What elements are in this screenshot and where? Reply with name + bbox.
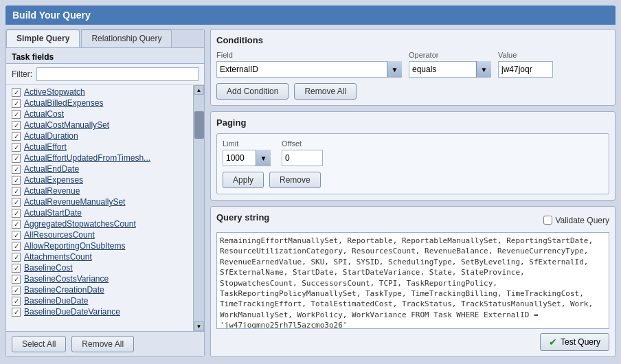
field-checkbox[interactable] [12, 242, 21, 251]
list-item[interactable]: ActualBilledExpenses [6, 98, 193, 109]
list-item[interactable]: ActualRevenueManuallySet [6, 196, 193, 207]
offset-group: Offset [282, 139, 323, 166]
fields-list-container: ActiveStopwatchActualBilledExpensesActua… [6, 85, 204, 331]
tab-simple-query[interactable]: Simple Query [6, 30, 80, 47]
field-group-operator: Operator equals ▼ [409, 51, 491, 78]
limit-group: Limit 1000 ▼ [223, 139, 271, 166]
query-bottom: ✔ Test Query [216, 333, 609, 351]
value-label: Value [498, 51, 553, 59]
value-input[interactable] [498, 61, 553, 78]
list-item[interactable]: ActualStartDate [6, 207, 193, 218]
field-checkbox[interactable] [12, 176, 21, 185]
list-item[interactable]: ActualRevenue [6, 185, 193, 196]
list-item[interactable]: BaselineCostsVariance [6, 273, 193, 284]
fields-list: ActiveStopwatchActualBilledExpensesActua… [6, 85, 193, 331]
field-checkbox[interactable] [12, 187, 21, 196]
field-checkbox[interactable] [12, 143, 21, 152]
field-checkbox[interactable] [12, 297, 21, 306]
check-icon: ✔ [549, 337, 557, 348]
list-item[interactable]: ActualCost [6, 109, 193, 120]
paging-action-buttons: Apply Remove [223, 172, 603, 188]
list-item[interactable]: ActualEndDate [6, 163, 193, 174]
test-query-label: Test Query [561, 337, 600, 347]
scroll-down-arrow[interactable]: ▼ [194, 321, 204, 331]
list-item[interactable]: BaselineDueDate [6, 295, 193, 306]
select-all-button[interactable]: Select All [12, 336, 66, 352]
field-checkbox[interactable] [12, 275, 21, 284]
paging-row: Limit 1000 ▼ Offset [223, 139, 603, 166]
list-item[interactable]: ActiveStopwatch [6, 87, 193, 98]
field-name: ActualExpenses [24, 175, 83, 185]
field-name: AttachmentsCount [24, 252, 92, 262]
scrollbar-thumb[interactable] [194, 111, 204, 139]
field-name: AggregatedStopwatchesCount [24, 219, 136, 229]
list-item[interactable]: AggregatedStopwatchesCount [6, 218, 193, 229]
field-name: ActualCost [24, 109, 64, 119]
filter-row: Filter: [6, 64, 204, 85]
field-name: BaselineDueDate [24, 296, 88, 306]
paging-inner: Limit 1000 ▼ Offset [216, 133, 609, 194]
list-item[interactable]: BaselineCreationDate [6, 284, 193, 295]
limit-select-wrapper: 1000 ▼ [223, 150, 271, 166]
offset-input[interactable] [282, 150, 323, 166]
field-checkbox[interactable] [12, 264, 21, 273]
task-fields-label: Task fields [6, 48, 204, 64]
field-checkbox[interactable] [12, 154, 21, 163]
limit-select[interactable]: 1000 [223, 150, 271, 166]
field-name: ActualEndDate [24, 164, 79, 174]
list-item[interactable]: AttachmentsCount [6, 251, 193, 262]
test-query-button[interactable]: ✔ Test Query [540, 333, 609, 351]
conditions-title: Conditions [216, 35, 609, 45]
list-item[interactable]: AllResourcesCount [6, 229, 193, 240]
field-name: AllResourcesCount [24, 230, 95, 240]
apply-button[interactable]: Apply [223, 172, 264, 188]
main-container: Build Your Query Simple Query Relationsh… [0, 0, 621, 364]
field-checkbox[interactable] [12, 198, 21, 207]
field-checkbox[interactable] [12, 220, 21, 229]
validate-row: Validate Query [543, 216, 610, 225]
list-item[interactable]: ActualEffortUpdatedFromTimesh... [6, 152, 193, 163]
query-string-box: Query string Validate Query ✔ Test Query [210, 206, 616, 357]
field-checkbox[interactable] [12, 88, 21, 97]
list-item[interactable]: BaselineDueDateVariance [6, 306, 193, 317]
field-select[interactable]: ExternalID [216, 61, 402, 78]
add-condition-button[interactable]: Add Condition [216, 83, 289, 100]
operator-select[interactable]: equals [409, 61, 491, 78]
conditions-box: Conditions Field ExternalID ▼ Operator [210, 29, 616, 106]
field-checkbox[interactable] [12, 286, 21, 295]
list-item[interactable]: ActualExpenses [6, 174, 193, 185]
conditions-buttons: Add Condition Remove All [216, 83, 609, 100]
field-name: ActualEffortUpdatedFromTimesh... [24, 153, 150, 163]
field-checkbox[interactable] [12, 121, 21, 130]
query-string-header: Query string Validate Query [216, 212, 609, 228]
field-name: ActualCostManuallySet [24, 120, 109, 130]
list-item[interactable]: ActualEffort [6, 141, 193, 152]
field-checkbox[interactable] [12, 231, 21, 240]
remove-all-conditions-button[interactable]: Remove All [294, 83, 357, 100]
list-item[interactable]: ActualDuration [6, 130, 193, 141]
field-checkbox[interactable] [12, 110, 21, 119]
field-name: BaselineDueDateVariance [24, 307, 120, 317]
remove-all-fields-button[interactable]: Remove All [71, 336, 134, 352]
field-checkbox[interactable] [12, 308, 21, 317]
field-checkbox[interactable] [12, 209, 21, 218]
list-item[interactable]: AllowReportingOnSubItems [6, 240, 193, 251]
list-item[interactable]: BaselineCost [6, 262, 193, 273]
validate-checkbox[interactable] [543, 216, 552, 225]
page-title: Build Your Query [5, 5, 616, 25]
list-item[interactable]: ActualCostManuallySet [6, 120, 193, 130]
query-textarea[interactable] [216, 232, 609, 329]
field-checkbox[interactable] [12, 253, 21, 262]
field-checkbox[interactable] [12, 132, 21, 141]
field-name: ActiveStopwatch [24, 87, 85, 97]
scroll-up-arrow[interactable]: ▲ [194, 85, 204, 95]
field-name: BaselineCostsVariance [24, 274, 109, 284]
tab-relationship-query[interactable]: Relationship Query [81, 30, 172, 47]
filter-input[interactable] [36, 67, 199, 81]
field-checkbox[interactable] [12, 99, 21, 108]
validate-label: Validate Query [556, 216, 610, 225]
field-checkbox[interactable] [12, 165, 21, 174]
remove-paging-button[interactable]: Remove [269, 172, 321, 188]
field-group-field: Field ExternalID ▼ [216, 51, 402, 78]
tabs-row: Simple Query Relationship Query [6, 30, 204, 48]
